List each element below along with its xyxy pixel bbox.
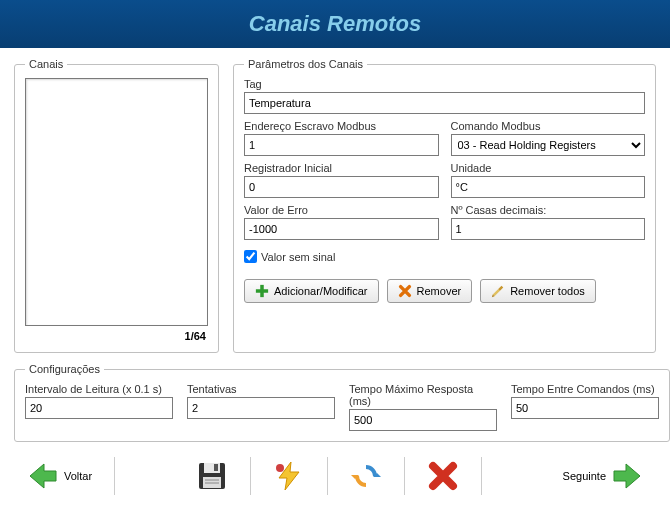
refresh-button[interactable] — [342, 456, 390, 496]
tag-input[interactable] — [244, 92, 645, 114]
retries-input[interactable] — [187, 397, 335, 419]
timeout-label: Tempo Máximo Resposta (ms) — [349, 383, 497, 407]
remove-label: Remover — [417, 285, 462, 297]
err-input[interactable] — [244, 218, 439, 240]
cmd-select[interactable]: 03 - Read Holding Registers — [451, 134, 646, 156]
timeout-input[interactable] — [349, 409, 497, 431]
back-label: Voltar — [64, 470, 92, 482]
content: Canais 1/64 Parâmetros dos Canais Tag En… — [0, 48, 670, 502]
canais-group: Canais 1/64 — [14, 58, 219, 353]
slave-input[interactable] — [244, 134, 439, 156]
separator — [114, 457, 115, 495]
params-legend: Parâmetros dos Canais — [244, 58, 367, 70]
separator — [327, 457, 328, 495]
next-label: Seguinte — [563, 470, 606, 482]
err-label: Valor de Erro — [244, 204, 439, 216]
unsigned-label: Valor sem sinal — [261, 251, 335, 263]
canais-legend: Canais — [25, 58, 67, 70]
remove-all-label: Remover todos — [510, 285, 585, 297]
arrow-right-icon — [612, 460, 644, 492]
separator — [404, 457, 405, 495]
add-modify-label: Adicionar/Modificar — [274, 285, 368, 297]
header: Canais Remotos — [0, 0, 670, 48]
floppy-icon — [196, 460, 228, 492]
unit-input[interactable] — [451, 176, 646, 198]
arrow-left-icon — [26, 460, 58, 492]
interval-input[interactable] — [25, 397, 173, 419]
dec-label: Nº Casas decimais: — [451, 204, 646, 216]
svg-rect-4 — [214, 464, 218, 471]
between-label: Tempo Entre Comandos (ms) — [511, 383, 659, 395]
add-modify-button[interactable]: Adicionar/Modificar — [244, 279, 379, 303]
lightning-button[interactable] — [265, 456, 313, 496]
footer: Voltar Segui — [14, 456, 656, 496]
canais-listbox[interactable] — [25, 78, 208, 326]
canais-counter: 1/64 — [25, 330, 208, 342]
params-group: Parâmetros dos Canais Tag Endereço Escra… — [233, 58, 656, 353]
separator — [250, 457, 251, 495]
remove-all-button[interactable]: Remover todos — [480, 279, 596, 303]
save-button[interactable] — [188, 456, 236, 496]
tag-label: Tag — [244, 78, 645, 90]
dec-input[interactable] — [451, 218, 646, 240]
cmd-label: Comando Modbus — [451, 120, 646, 132]
x-icon — [398, 284, 412, 298]
between-input[interactable] — [511, 397, 659, 419]
retries-label: Tentativas — [187, 383, 335, 395]
reg-input[interactable] — [244, 176, 439, 198]
cancel-button[interactable] — [419, 456, 467, 496]
config-legend: Configurações — [25, 363, 104, 375]
separator — [481, 457, 482, 495]
interval-label: Intervalo de Leitura (x 0.1 s) — [25, 383, 173, 395]
page-title: Canais Remotos — [249, 11, 421, 37]
back-button[interactable]: Voltar — [18, 456, 100, 496]
unit-label: Unidade — [451, 162, 646, 174]
svg-rect-1 — [256, 289, 268, 293]
next-button[interactable]: Seguinte — [555, 456, 652, 496]
remove-button[interactable]: Remover — [387, 279, 473, 303]
plus-icon — [255, 284, 269, 298]
unsigned-checkbox[interactable] — [244, 250, 257, 263]
config-group: Configurações Intervalo de Leitura (x 0.… — [14, 363, 670, 442]
x-red-icon — [427, 460, 459, 492]
reg-label: Registrador Inicial — [244, 162, 439, 174]
svg-point-8 — [276, 464, 284, 472]
refresh-icon — [350, 460, 382, 492]
lightning-icon — [273, 460, 305, 492]
slave-label: Endereço Escravo Modbus — [244, 120, 439, 132]
broom-icon — [491, 284, 505, 298]
